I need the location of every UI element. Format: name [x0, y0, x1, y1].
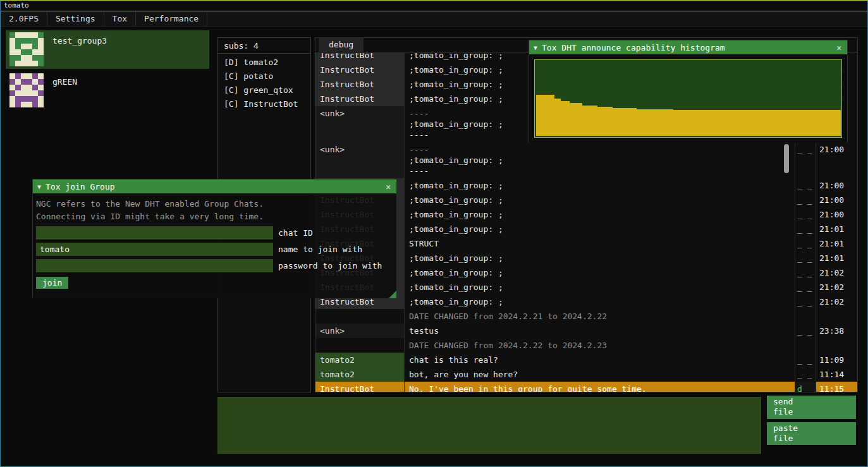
join-group-dialog: ▼ Tox join Group ✕ NGC refers to the New… — [32, 179, 397, 298]
chat-row-flags: _ _ — [795, 251, 816, 265]
chat-row: tomato2bot, are you new here?_ _11:14 — [315, 367, 857, 382]
chat-id-input[interactable] — [36, 226, 273, 240]
subs-count: subs: 4 — [218, 38, 310, 54]
join-name-label: name to join with — [278, 245, 362, 254]
resize-grip[interactable] — [389, 291, 396, 298]
chat-row-flags: _ _ — [795, 324, 816, 338]
chat-row: DATE CHANGED from 2024.2.21 to 2024.2.22 — [315, 309, 857, 324]
chat-row-name: <unk> — [315, 142, 404, 178]
chat-row-name — [315, 309, 404, 324]
tab-debug[interactable]: debug — [319, 38, 364, 52]
chat-row-time: 21:00 — [816, 142, 850, 178]
chat-row-name: tomato2 — [315, 353, 404, 367]
chat-row-message: ---- ;tomato_in_group: ; ---- — [404, 142, 795, 178]
chat-row-name: InstructBot — [315, 92, 404, 106]
chat-row-message: DATE CHANGED from 2024.2.21 to 2024.2.22 — [404, 309, 795, 324]
histogram-titlebar[interactable]: ▼ Tox DHT announce capability histogram … — [529, 40, 847, 54]
chat-id-label: chat ID — [278, 228, 313, 238]
chat-row-time: 21:02 — [816, 294, 850, 309]
group-avatar-icon — [8, 73, 45, 107]
subs-list: [D] tomato2[C] potato[C] green_qtox[C] I… — [218, 54, 310, 111]
chat-row-message: bot, are you new here? — [404, 367, 795, 382]
chat-row-message: ;tomato_in_group: ; — [404, 222, 795, 236]
chat-row-time: 21:01 — [816, 251, 850, 265]
join-password-input[interactable] — [36, 259, 273, 272]
dht-histogram-window: ▼ Tox DHT announce capability histogram … — [529, 40, 848, 143]
ngc-info-line-1: NGC refers to the New DHT enabled Group … — [36, 198, 393, 210]
chat-row-flags — [795, 309, 816, 324]
join-name-input[interactable]: tomato — [36, 243, 273, 256]
chat-row-flags: d — [795, 382, 816, 392]
collapse-arrow-icon[interactable]: ▼ — [534, 44, 537, 51]
join-button[interactable]: join — [36, 277, 68, 289]
chat-row: InstructBotNo, I've been in this group f… — [315, 382, 857, 392]
send-file-button[interactable]: send file — [767, 396, 856, 419]
menu-item-settings[interactable]: Settings — [47, 12, 104, 26]
chat-row-message: ;tomato_in_group: ; — [404, 178, 795, 193]
chat-row-time: 21:02 — [816, 265, 850, 280]
histogram-body — [529, 54, 847, 143]
chat-row-time: 21:02 — [816, 280, 850, 294]
chat-row-flags: _ _ — [795, 294, 816, 309]
chat-row-flags: _ _ — [795, 280, 816, 294]
chat-row-name: InstructBot — [315, 77, 404, 92]
collapse-arrow-icon[interactable]: ▼ — [37, 183, 41, 190]
chat-row-name: InstructBot — [315, 53, 404, 63]
menu-item-tox[interactable]: Tox — [104, 12, 136, 26]
close-icon[interactable]: ✕ — [384, 182, 392, 191]
subs-member[interactable]: [D] tomato2 — [218, 56, 310, 70]
chat-row-message: ;tomato_in_group: ; — [404, 294, 795, 309]
subs-member[interactable]: [C] potato — [218, 70, 310, 83]
chat-row-flags: _ _ — [795, 367, 816, 382]
chat-row: DATE CHANGED from 2024.2.22 to 2024.2.23 — [315, 338, 857, 353]
chat-row-time — [816, 338, 850, 353]
ngc-info-line-2: Connecting via ID might take a very long… — [36, 210, 393, 223]
chat-row-message: chat is this real? — [404, 353, 795, 367]
chat-row-message: ;tomato_in_group: ; — [404, 193, 795, 207]
chat-row-flags: _ _ — [795, 236, 816, 251]
chat-row: <unk>---- ;tomato_in_group: ; ----_ _21:… — [315, 142, 857, 178]
chat-row-time: 23:38 — [816, 324, 850, 338]
chat-row-name: tomato2 — [315, 367, 404, 382]
chat-row-time: 21:00 — [816, 178, 850, 193]
histogram-plot — [534, 59, 842, 138]
chat-row-flags: _ _ — [795, 193, 816, 207]
chat-row-time: 11:09 — [816, 353, 850, 367]
chat-row-flags — [795, 338, 816, 353]
chat-row-name: <unk> — [315, 324, 404, 338]
chat-row-message: ;tomato_in_group: ; — [404, 265, 795, 280]
chat-row-name: InstructBot — [315, 382, 404, 392]
chat-row-name: InstructBot — [315, 63, 404, 77]
chat-row-name — [315, 338, 404, 353]
chat-row-flags: _ _ — [795, 353, 816, 367]
group-item-gREEN[interactable]: gREEN — [6, 71, 209, 110]
join-dialog-titlebar[interactable]: ▼ Tox join Group ✕ — [33, 179, 396, 193]
chat-row-time: 11:15 — [816, 382, 850, 392]
group-avatar-icon — [8, 32, 45, 66]
join-dialog-body: NGC refers to the New DHT enabled Group … — [33, 193, 396, 298]
chat-row-message: ;tomato_in_group: ; — [404, 280, 795, 294]
subs-member[interactable]: [C] InstructBot — [218, 97, 310, 111]
app-window: tomato 2.0FPS Settings Tox Performance t… — [0, 0, 868, 467]
chat-row-name: <unk> — [315, 106, 404, 142]
chat-row-message: DATE CHANGED from 2024.2.22 to 2024.2.23 — [404, 338, 795, 353]
chat-row-message: testus — [404, 324, 795, 338]
paste-file-button[interactable]: paste file — [767, 422, 856, 445]
menu-item-performance[interactable]: Performance — [136, 12, 207, 26]
chat-row-flags: _ _ — [795, 207, 816, 222]
chat-row-time: 21:01 — [816, 222, 850, 236]
group-item-test_group3[interactable]: test_group3 — [6, 30, 209, 69]
chat-row: <unk>testus_ _23:38 — [315, 324, 857, 338]
chat-scrollbar-thumb[interactable] — [784, 144, 789, 173]
chat-row-message: STRUCT — [404, 236, 795, 251]
chat-row-flags: _ _ — [795, 142, 816, 178]
chat-row-flags: _ _ — [795, 222, 816, 236]
message-input[interactable] — [217, 397, 761, 454]
subs-member[interactable]: [C] green_qtox — [218, 83, 310, 97]
chat-row-time — [816, 309, 850, 324]
chat-row: tomato2chat is this real?_ _11:09 — [315, 353, 857, 367]
chat-row-flags: _ _ — [795, 265, 816, 280]
close-icon[interactable]: ✕ — [835, 43, 843, 52]
group-label: gREEN — [52, 77, 77, 87]
os-titlebar[interactable]: tomato — [1, 1, 867, 11]
